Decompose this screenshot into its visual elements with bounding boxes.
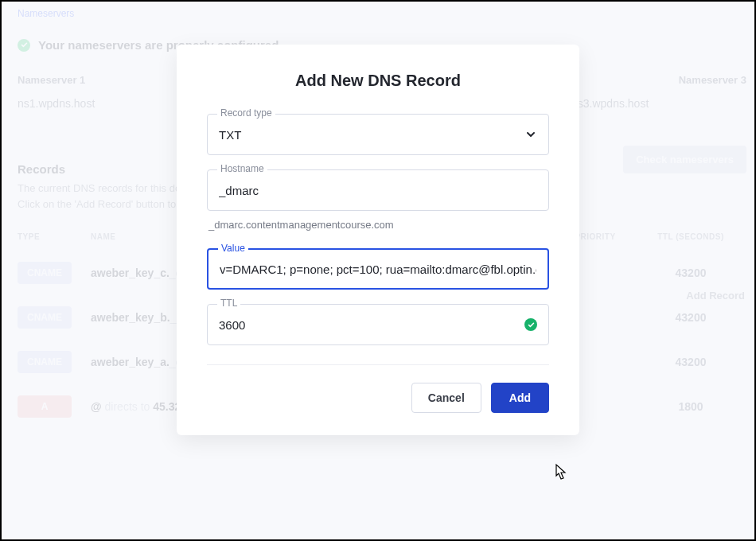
record-type-value[interactable] [219, 128, 524, 142]
cancel-button[interactable]: Cancel [411, 383, 481, 413]
modal-title: Add New DNS Record [207, 72, 549, 90]
value-label: Value [218, 243, 248, 254]
hostname-label: Hostname [217, 163, 267, 174]
record-type-select[interactable]: Record type [207, 114, 549, 155]
modal-divider [207, 364, 549, 365]
ttl-input[interactable] [219, 318, 537, 332]
value-field[interactable]: Value [207, 248, 549, 290]
value-input[interactable] [220, 263, 536, 276]
hostname-helper: _dmarc.contentmanagementcourse.com [208, 219, 549, 231]
ttl-field[interactable]: TTL [207, 304, 549, 345]
hostname-input[interactable] [219, 184, 537, 197]
record-type-label: Record type [217, 107, 275, 119]
ttl-label: TTL [217, 298, 240, 309]
add-dns-record-modal: Add New DNS Record Record type Hostname … [177, 45, 579, 435]
add-button[interactable]: Add [491, 383, 549, 413]
hostname-field[interactable]: Hostname [207, 169, 549, 211]
chevron-down-icon [524, 128, 537, 141]
valid-check-icon [524, 318, 537, 331]
